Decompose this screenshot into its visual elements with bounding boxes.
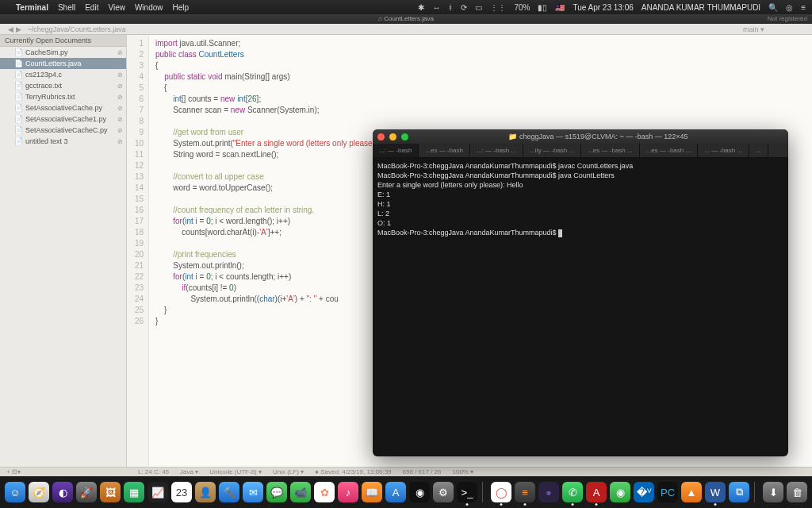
siri-icon[interactable]: ◎ <box>786 3 793 12</box>
dock-vm-icon[interactable]: ⧉ <box>729 482 749 502</box>
clock[interactable]: Tue Apr 23 13:06 <box>573 3 633 12</box>
sidebar-item-8[interactable]: 📄untitled text 3⊘ <box>0 136 126 147</box>
sync-icon[interactable]: ⟳ <box>461 3 467 12</box>
bluetooth-icon[interactable]: ᚼ <box>448 3 453 12</box>
dock-siri-icon[interactable]: ◉ <box>409 482 430 502</box>
battery-icon[interactable]: ▮▯ <box>538 3 547 12</box>
breadcrumb[interactable]: ~/cheggJava/CountLetters.java <box>28 25 126 33</box>
nav-arrows[interactable]: ◀ ▶ <box>8 25 21 33</box>
teamviewer-icon[interactable]: ↔ <box>432 3 440 12</box>
terminal-tab-1[interactable]: ...es — -bash <box>419 144 470 157</box>
status-zoom[interactable]: 100% ▾ <box>453 468 474 475</box>
menu-window[interactable]: Window <box>135 3 163 12</box>
terminal-window[interactable]: 📁 cheggJava — s1519@CLVMA: ~ — -bash — 1… <box>373 129 788 456</box>
dock-separator <box>482 482 486 502</box>
dropbox-icon[interactable]: ✱ <box>418 3 424 12</box>
status-lang[interactable]: Java ▾ <box>180 468 198 475</box>
sidebar-item-3[interactable]: 📄gcctrace.txt⊘ <box>0 80 126 91</box>
dock-sublime-icon[interactable]: ≡ <box>515 482 535 502</box>
terminal-tab-4[interactable]: ...es — -bash ... <box>581 144 639 157</box>
dock-whatsapp-icon[interactable]: ✆ <box>562 482 583 502</box>
dock-messages-icon[interactable]: 💬 <box>266 482 287 502</box>
dock-chrome-icon[interactable]: ◯ <box>491 482 511 502</box>
terminal-body[interactable]: MacBook-Pro-3:cheggJava AnandaKumarThumm… <box>373 158 788 241</box>
dock-ibooks-icon[interactable]: 📖 <box>362 482 382 502</box>
sidebar-item-label: cs2123p4.c <box>25 71 62 79</box>
minimize-icon[interactable] <box>389 133 396 140</box>
notification-icon[interactable]: ≡ <box>801 3 806 12</box>
dock-vlc-icon[interactable]: ▲ <box>681 482 702 502</box>
dock-facetime-icon[interactable]: 📹 <box>290 482 311 502</box>
dock-acrobat-icon[interactable]: A <box>586 482 607 502</box>
input-flag[interactable]: 🇲🇾 <box>555 3 565 12</box>
close-icon[interactable]: ⊘ <box>117 49 123 56</box>
close-icon[interactable]: ⊘ <box>117 138 123 145</box>
dock-activity-icon[interactable]: 📈 <box>147 482 168 502</box>
user-name[interactable]: ANANDA KUMAR THUMMAPUDI <box>642 3 760 12</box>
dock-launchpad-icon[interactable]: 🚀 <box>76 482 97 502</box>
app-name[interactable]: Terminal <box>16 3 48 12</box>
menu-view[interactable]: View <box>108 3 125 12</box>
close-icon[interactable] <box>377 133 385 140</box>
spotlight-icon[interactable]: 🔍 <box>768 3 778 12</box>
terminal-tab-2[interactable]: ...: — -bash ... <box>470 144 523 157</box>
sidebar-item-2[interactable]: 📄cs2123p4.c⊘ <box>0 69 126 80</box>
dock-anaconda-icon[interactable]: ◉ <box>610 482 630 502</box>
sidebar-item-7[interactable]: 📄SetAssociativeCacheC.py⊘ <box>0 125 126 136</box>
dock-eclipse-icon[interactable]: ● <box>538 482 559 502</box>
dock-xcode-icon[interactable]: 🔨 <box>219 482 239 502</box>
dock-safari-icon[interactable]: 🧭 <box>29 482 49 502</box>
menu-help[interactable]: Help <box>173 3 190 12</box>
dock-sysprefs-icon[interactable]: ⚙ <box>433 482 454 502</box>
terminal-titlebar[interactable]: 📁 cheggJava — s1519@CLVMA: ~ — -bash — 1… <box>373 129 788 144</box>
sidebar-item-1[interactable]: 📄CountLetters.java⊘ <box>0 58 126 69</box>
sidebar-item-6[interactable]: 📄SetAssociativeCache1.py⊘ <box>0 114 126 125</box>
dock-mail-icon[interactable]: ✉ <box>243 482 263 502</box>
dock-trash-icon[interactable]: 🗑 <box>787 482 807 502</box>
dock-vscode-icon[interactable]: �ⱽ <box>634 482 654 502</box>
dock-preview-icon[interactable]: 🖼 <box>100 482 121 502</box>
dock-calendar-icon[interactable]: 23 <box>171 482 192 502</box>
menu-edit[interactable]: Edit <box>85 3 98 12</box>
running-dot <box>500 503 503 506</box>
close-icon[interactable]: ⊘ <box>117 71 123 79</box>
wifi-icon[interactable]: ⋮⋮ <box>490 3 506 12</box>
terminal-tab-0[interactable]: ...: — -bash <box>373 144 419 157</box>
zoom-icon[interactable] <box>401 133 408 140</box>
sidebar-item-5[interactable]: 📄SetAssociativeCache.py⊘ <box>0 102 126 114</box>
sidebar-item-label: SetAssociativeCache1.py <box>25 115 106 123</box>
add-tab[interactable]: + ⊟▾ <box>6 468 21 475</box>
close-icon[interactable]: ⊘ <box>117 105 123 112</box>
source-text[interactable]: import java.util.Scanner;public class Co… <box>149 35 387 467</box>
dock-contacts-icon[interactable]: 👤 <box>195 482 216 502</box>
close-icon[interactable]: ⊘ <box>117 94 123 101</box>
dock-finder-icon[interactable]: ☺ <box>5 482 25 502</box>
terminal-tab-5[interactable]: ...es — -bash ... <box>640 144 698 157</box>
symbol-selector[interactable]: main ▾ <box>743 25 764 33</box>
close-icon[interactable]: ⊘ <box>117 127 123 134</box>
file-icon: 📄 <box>14 137 22 145</box>
terminal-tab-6[interactable]: ... — -bash ... <box>698 144 749 157</box>
dock-respondus-icon[interactable]: ◐ <box>52 482 73 502</box>
dock-itunes-icon[interactable]: ♪ <box>338 482 358 502</box>
dock-appstore-icon[interactable]: A <box>385 482 406 502</box>
close-icon[interactable]: ⊘ <box>117 116 123 123</box>
dock-separator <box>754 482 758 502</box>
terminal-tab-7[interactable]: ... <box>749 144 768 157</box>
dock-terminal-icon[interactable]: >_ <box>457 482 477 502</box>
dock-word-icon[interactable]: W <box>705 482 726 502</box>
sidebar-item-4[interactable]: 📄TerryRubrics.txt⊘ <box>0 91 126 102</box>
dock-downloads-icon[interactable]: ⬇ <box>763 482 783 502</box>
status-lineend[interactable]: Unix (LF) ▾ <box>273 468 304 475</box>
menu-shell[interactable]: Shell <box>58 3 75 12</box>
status-enc[interactable]: Unicode (UTF-8) ▾ <box>209 468 262 475</box>
dock-pycharm-icon[interactable]: PC <box>657 482 678 502</box>
sidebar-item-0[interactable]: 📄CacheSim.py⊘ <box>0 47 126 58</box>
terminal-tab-3[interactable]: ...ity — -bash ... <box>523 144 581 157</box>
dock-photos-icon[interactable]: ✿ <box>314 482 335 502</box>
display-icon[interactable]: ▭ <box>475 3 482 12</box>
not-registered: Not registered <box>768 14 807 24</box>
close-icon[interactable]: ⊘ <box>117 60 123 67</box>
close-icon[interactable]: ⊘ <box>117 83 123 90</box>
dock-numbers-icon[interactable]: ▦ <box>124 482 144 502</box>
